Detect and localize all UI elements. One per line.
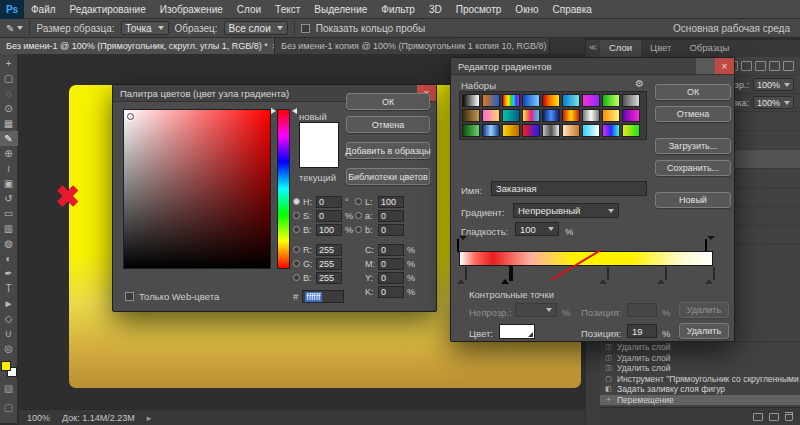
gradient-preset[interactable] <box>582 109 600 122</box>
menu-item[interactable]: Справка <box>546 0 599 19</box>
position-input[interactable]: 19 <box>627 324 657 338</box>
color-stop[interactable] <box>705 268 715 279</box>
gradient-preset[interactable] <box>502 124 520 137</box>
gradient-preset[interactable] <box>522 124 540 137</box>
filter-icon[interactable] <box>783 61 794 71</box>
gradient-editor-title-bar[interactable]: Редактор градиентов × <box>451 58 734 75</box>
filter-icon[interactable] <box>769 61 780 71</box>
history-state[interactable]: ◫ Удалить слой <box>600 363 800 374</box>
tool-button[interactable]: ◌ <box>0 86 18 101</box>
filter-icon[interactable] <box>755 61 766 71</box>
tool-button[interactable]: ▣ <box>0 176 18 191</box>
ok-button[interactable]: ОК <box>655 84 731 100</box>
gradient-preset[interactable] <box>462 124 480 137</box>
tool-button[interactable]: ▭ <box>0 206 18 221</box>
active-tool-chip[interactable]: ✎ <box>6 23 23 34</box>
value-input[interactable]: 0 <box>378 244 404 256</box>
gradient-preset[interactable] <box>602 109 620 122</box>
history-state[interactable]: ◫ Удалить слой <box>600 353 800 364</box>
tool-button[interactable]: + <box>0 56 18 71</box>
quick-mask-icon[interactable]: ▨ <box>0 381 18 396</box>
gradient-preset[interactable] <box>622 94 640 107</box>
value-input[interactable]: 0 <box>378 272 404 284</box>
gradient-preset[interactable] <box>502 94 520 107</box>
fill-value[interactable]: 100% <box>753 96 794 109</box>
sample-select[interactable]: Все слои <box>224 21 288 35</box>
load-button[interactable]: Загрузить... <box>655 138 731 154</box>
tool-button[interactable]: ⊕ <box>0 146 18 161</box>
menu-item[interactable]: 3D <box>422 0 449 19</box>
tool-button[interactable]: ⊙ <box>0 101 18 116</box>
flyout-arrow-icon[interactable]: ▸ <box>147 413 152 423</box>
gradient-preset[interactable] <box>602 94 620 107</box>
radio-button[interactable] <box>355 212 362 219</box>
zoom-level[interactable]: 100% <box>27 413 50 423</box>
cancel-button[interactable]: Отмена <box>655 106 731 122</box>
value-input[interactable]: 0 <box>316 210 342 222</box>
tool-button[interactable]: ◐ <box>0 251 18 266</box>
gradient-preset[interactable] <box>482 109 500 122</box>
new-layer-icon[interactable] <box>769 413 779 421</box>
menu-item[interactable]: Редактирование <box>63 0 153 19</box>
gradient-preset[interactable] <box>562 109 580 122</box>
radio-button[interactable] <box>293 274 300 281</box>
value-input[interactable]: 255 <box>316 258 342 270</box>
tool-button[interactable]: ◍ <box>0 236 18 251</box>
gradient-preset[interactable] <box>502 109 520 122</box>
gradient-preset[interactable] <box>482 94 500 107</box>
gradient-name-input[interactable]: Заказная <box>491 181 647 196</box>
hue-slider[interactable] <box>277 109 290 269</box>
tool-button[interactable]: ◎ <box>0 341 18 356</box>
radio-button[interactable] <box>293 260 300 267</box>
close-icon[interactable]: × <box>715 58 734 74</box>
radio-button[interactable] <box>355 198 362 205</box>
radio-button[interactable] <box>293 246 300 253</box>
gradient-preset[interactable] <box>522 94 540 107</box>
tool-button[interactable]: ▦ <box>0 116 18 131</box>
history-state[interactable]: ▢ Инструмент "Прямоугольник со скругленн… <box>600 374 800 385</box>
smoothness-input[interactable]: 100 <box>515 222 559 236</box>
save-button[interactable]: Сохранить... <box>655 160 731 176</box>
cancel-button[interactable]: Отмена <box>346 116 430 133</box>
value-input[interactable]: 0 <box>316 196 342 208</box>
foreground-color-chip[interactable] <box>1 361 11 371</box>
history-state[interactable]: ◫ Удалить слой <box>600 342 800 353</box>
color-chips[interactable] <box>1 361 17 377</box>
gradient-preset[interactable] <box>462 94 480 107</box>
menu-item[interactable]: Просмотр <box>449 0 509 19</box>
add-to-swatches-button[interactable]: Добавить в образцы <box>346 142 430 159</box>
sample-size-select[interactable]: Точка <box>121 21 169 35</box>
tool-button[interactable]: ✎ <box>0 131 18 146</box>
menu-item[interactable]: Окно <box>508 0 545 19</box>
opacity-stop[interactable] <box>457 240 467 251</box>
radio-button[interactable] <box>355 226 362 233</box>
value-input[interactable]: 255 <box>316 244 342 256</box>
value-input[interactable]: 0 <box>378 210 404 222</box>
radio-button[interactable] <box>293 212 300 219</box>
gradient-preset[interactable] <box>622 124 640 137</box>
gradient-preset[interactable] <box>522 109 540 122</box>
new-button[interactable]: Новый <box>655 192 731 208</box>
radio-button[interactable] <box>293 198 300 205</box>
opacity-stop[interactable] <box>705 240 715 251</box>
color-stop[interactable] <box>501 268 513 279</box>
delete-color-stop-button[interactable]: Удалить <box>679 323 729 339</box>
color-libraries-button[interactable]: Библиотеки цветов <box>346 168 430 185</box>
value-input[interactable]: 100 <box>316 224 342 236</box>
radio-button[interactable] <box>293 226 300 233</box>
filter-icon[interactable] <box>741 61 752 71</box>
menu-item[interactable]: Текст <box>268 0 307 19</box>
tool-button[interactable]: ▥ <box>0 221 18 236</box>
gradient-preset[interactable] <box>562 94 580 107</box>
tool-button[interactable]: ◇ <box>0 311 18 326</box>
panel-tab[interactable]: Слои <box>600 40 641 57</box>
gradient-preset[interactable] <box>482 124 500 137</box>
value-input[interactable]: 100 <box>378 196 404 208</box>
tool-button[interactable]: ▢ <box>0 71 18 86</box>
panel-tab[interactable]: Образцы <box>680 40 738 57</box>
workspace-switcher[interactable]: Основная рабочая среда <box>673 23 794 34</box>
gear-icon[interactable]: ⚙ <box>635 78 644 89</box>
gradient-preset[interactable] <box>622 109 640 122</box>
menu-item[interactable]: Слои <box>230 0 268 19</box>
value-input[interactable]: 255 <box>316 272 342 284</box>
